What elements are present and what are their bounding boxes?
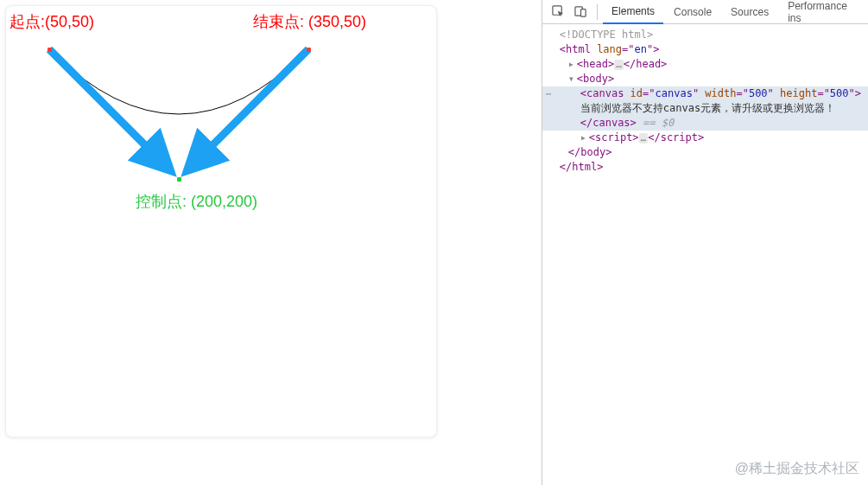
src-html-close[interactable]: </html> [542,160,868,175]
arrow-end-to-control [6,6,438,438]
src-doctype[interactable]: <!DOCTYPE html> [542,28,868,42]
arrow-start-to-control [6,6,438,438]
tab-performance[interactable]: Performance ins [779,0,868,23]
src-body-open[interactable]: ▾<body> [542,72,868,86]
tab-divider [597,4,598,20]
svg-rect-4 [581,10,586,16]
page-left-pane: 起点:(50,50) 结束点: (350,50) 控制点: (200,200) [0,0,542,485]
bezier-curve [6,6,438,438]
src-body-close[interactable]: </body> [542,145,868,160]
start-point-label: 起点:(50,50) [10,11,94,32]
src-script[interactable]: ▸<script>…</script> [542,131,868,145]
canvas-fallback-text: 当前浏览器不支持canvas元素，请升级或更换浏览器！ [580,102,835,114]
device-toggle-icon[interactable] [570,5,592,18]
src-head[interactable]: ▸<head>…</head> [542,57,868,72]
elements-source-tree[interactable]: <!DOCTYPE html> <html lang="en"> ▸<head>… [542,24,868,175]
devtools-tabs: Elements Console Sources Performance ins [542,0,868,24]
canvas-card: 起点:(50,50) 结束点: (350,50) 控制点: (200,200) [5,5,437,437]
tab-sources[interactable]: Sources [722,0,777,23]
svg-line-0 [49,49,166,166]
devtools-panel: Elements Console Sources Performance ins… [542,0,868,485]
tab-console[interactable]: Console [665,0,720,23]
svg-line-1 [192,49,308,166]
end-point-dot [307,48,311,52]
tab-elements[interactable]: Elements [603,1,663,24]
src-canvas-selected[interactable]: <canvas id="canvas" width="500" height="… [542,86,868,131]
src-html-open[interactable]: <html lang="en"> [542,42,868,57]
inspect-icon[interactable] [548,5,569,18]
control-point-dot [177,177,181,182]
control-point-label: 控制点: (200,200) [136,191,257,212]
watermark: @稀土掘金技术社区 [735,460,859,478]
end-point-label: 结束点: (350,50) [253,11,366,32]
start-point-dot [48,48,52,52]
